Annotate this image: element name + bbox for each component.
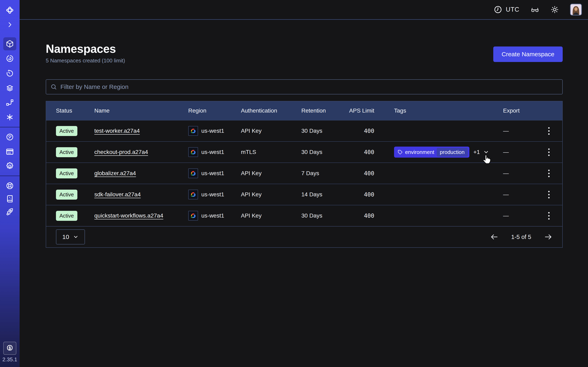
google-cloud-icon: [188, 147, 198, 157]
sidebar-divider: [0, 127, 20, 127]
export-value: —: [503, 128, 534, 134]
row-menu-button[interactable]: [545, 189, 553, 200]
temporal-logo-icon: [3, 4, 16, 17]
auth-label: API Key: [241, 212, 301, 219]
table-row: Active test-worker.a27a4 us-west1 API Ke…: [46, 120, 562, 141]
retention-label: 30 Days: [301, 149, 348, 155]
table-row: Active globalizer.a27a4 us-west1 API Key…: [46, 162, 562, 184]
filter-input[interactable]: [61, 83, 558, 90]
export-value: —: [503, 212, 534, 219]
main-content: Namespaces 5 Namespaces created (100 lim…: [46, 0, 563, 248]
aps-limit-value: 400: [348, 149, 394, 156]
next-page-button[interactable]: [544, 233, 553, 241]
auth-label: API Key: [241, 170, 301, 176]
status-badge: Active: [56, 190, 77, 200]
retention-label: 14 Days: [301, 191, 348, 198]
region-label: us-west1: [201, 170, 224, 176]
table-header: Status Name Region Authentication Retent…: [46, 101, 562, 120]
tag-key: environment: [405, 149, 434, 155]
namespace-link[interactable]: checkout-prod.a27a4: [94, 149, 148, 155]
export-value: —: [503, 191, 534, 198]
status-badge: Active: [56, 147, 77, 157]
page-subtitle: 5 Namespaces created (100 limit): [46, 58, 125, 64]
table-footer: 10 1-5 of 5: [46, 226, 562, 247]
sidebar-item-billing[interactable]: [3, 145, 16, 158]
namespaces-table: Status Name Region Authentication Retent…: [46, 101, 563, 248]
chevron-down-icon: [73, 234, 79, 240]
status-badge: Active: [56, 211, 77, 221]
retention-label: 7 Days: [301, 170, 348, 176]
create-namespace-button[interactable]: Create Namespace: [493, 47, 563, 62]
auth-label: API Key: [241, 191, 301, 198]
sidebar-item-getting-started[interactable]: [3, 206, 16, 218]
status-badge: Active: [56, 126, 77, 136]
tag-pill[interactable]: environment production: [394, 147, 469, 158]
sidebar-divider: [0, 175, 20, 176]
sidebar-item-support[interactable]: [3, 179, 16, 192]
page-size-select[interactable]: 10: [56, 229, 85, 244]
tag-value: production: [437, 148, 467, 157]
page-title: Namespaces: [46, 42, 125, 55]
row-menu-button[interactable]: [545, 167, 553, 179]
aps-limit-value: 400: [348, 212, 394, 219]
cursor-pointer: [481, 154, 492, 164]
google-cloud-icon: [188, 190, 198, 200]
col-region: Region: [188, 108, 241, 114]
aps-limit-value: 400: [348, 191, 394, 198]
aps-limit-value: 400: [348, 170, 394, 177]
previous-page-button[interactable]: [490, 233, 499, 241]
sidebar-item-usage[interactable]: [3, 131, 16, 143]
table-row: Active quickstart-workflows.a27a4 us-wes…: [46, 205, 562, 226]
export-value: —: [503, 149, 534, 155]
app-version: 2.35.1: [0, 356, 20, 363]
col-retention: Retention: [301, 108, 348, 114]
sidebar-item-batch-operations[interactable]: [3, 82, 16, 95]
namespace-link[interactable]: sdk-failover.a27a4: [94, 191, 141, 198]
app-window: 2.35.1 UTC Namespaces 5 Namespaces creat…: [0, 0, 588, 367]
sidebar-item-workflows[interactable]: [3, 52, 16, 65]
col-auth: Authentication: [241, 108, 301, 114]
sidebar-item-schedules[interactable]: [3, 67, 16, 80]
auth-label: API Key: [241, 128, 301, 134]
region-label: us-west1: [201, 212, 224, 219]
retention-label: 30 Days: [301, 128, 348, 134]
row-menu-button[interactable]: [545, 210, 553, 222]
auth-label: mTLS: [241, 149, 301, 155]
user-avatar[interactable]: [570, 4, 582, 16]
namespace-link[interactable]: globalizer.a27a4: [94, 170, 136, 176]
search-icon: [50, 83, 57, 90]
sidebar-expand-button[interactable]: [3, 18, 16, 31]
sidebar-item-settings[interactable]: [3, 160, 16, 173]
region-label: us-west1: [201, 149, 224, 155]
status-badge: Active: [56, 168, 77, 178]
google-cloud-icon: [188, 126, 198, 136]
aps-limit-value: 400: [348, 128, 394, 134]
sidebar-item-deployments[interactable]: [3, 96, 16, 109]
sidebar: 2.35.1: [0, 0, 20, 367]
google-cloud-icon: [188, 168, 198, 178]
filter-bar: [46, 79, 563, 94]
tag-icon: [397, 150, 403, 155]
sidebar-item-nexus[interactable]: [3, 111, 16, 124]
region-label: us-west1: [201, 191, 224, 198]
plan-badge-button[interactable]: [3, 342, 16, 355]
row-menu-button[interactable]: [545, 146, 553, 158]
col-export: Export: [503, 108, 534, 114]
col-tags: Tags: [394, 108, 503, 114]
sidebar-item-docs[interactable]: [3, 192, 16, 205]
namespace-link[interactable]: quickstart-workflows.a27a4: [94, 212, 163, 219]
row-menu-button[interactable]: [545, 125, 553, 137]
col-name: Name: [94, 108, 188, 114]
retention-label: 30 Days: [301, 212, 348, 219]
pagination-range: 1-5 of 5: [511, 234, 531, 240]
namespace-link[interactable]: test-worker.a27a4: [94, 128, 140, 134]
tags-more-count: +1: [474, 149, 480, 155]
table-row: Active sdk-failover.a27a4 us-west1 API K…: [46, 184, 562, 205]
google-cloud-icon: [188, 211, 198, 221]
region-label: us-west1: [201, 128, 224, 134]
col-status: Status: [56, 108, 94, 114]
col-aps-limit: APS Limit: [348, 108, 394, 114]
page-size-value: 10: [62, 234, 69, 240]
export-value: —: [503, 170, 534, 176]
sidebar-item-namespaces[interactable]: [3, 37, 16, 50]
